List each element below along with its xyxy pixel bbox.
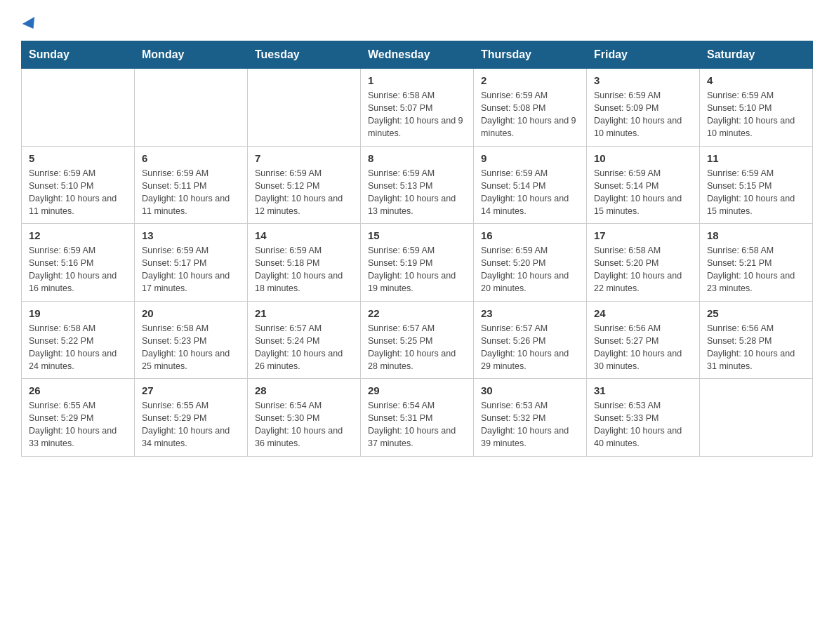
calendar-cell: 17Sunrise: 6:58 AM Sunset: 5:20 PM Dayli… [587,224,700,302]
calendar-cell: 22Sunrise: 6:57 AM Sunset: 5:25 PM Dayli… [361,301,474,379]
day-info: Sunrise: 6:59 AM Sunset: 5:17 PM Dayligh… [142,244,240,295]
day-number: 24 [594,307,692,319]
calendar-cell: 9Sunrise: 6:59 AM Sunset: 5:14 PM Daylig… [474,146,587,224]
day-number: 4 [707,74,805,86]
day-info: Sunrise: 6:59 AM Sunset: 5:20 PM Dayligh… [481,244,579,295]
calendar-cell: 25Sunrise: 6:56 AM Sunset: 5:28 PM Dayli… [700,301,813,379]
week-row-4: 19Sunrise: 6:58 AM Sunset: 5:22 PM Dayli… [22,301,813,379]
day-number: 31 [594,384,692,396]
logo-blue-text [21,20,38,29]
logo-triangle-icon [22,17,39,32]
weekday-header-saturday: Saturday [700,41,813,69]
week-row-3: 12Sunrise: 6:59 AM Sunset: 5:16 PM Dayli… [22,224,813,302]
calendar-body: 1Sunrise: 6:58 AM Sunset: 5:07 PM Daylig… [22,69,813,457]
day-info: Sunrise: 6:57 AM Sunset: 5:25 PM Dayligh… [368,322,466,373]
day-number: 14 [255,229,353,241]
calendar-cell: 11Sunrise: 6:59 AM Sunset: 5:15 PM Dayli… [700,146,813,224]
day-number: 6 [142,152,240,164]
calendar-cell [700,379,813,457]
calendar-cell: 16Sunrise: 6:59 AM Sunset: 5:20 PM Dayli… [474,224,587,302]
calendar-cell: 10Sunrise: 6:59 AM Sunset: 5:14 PM Dayli… [587,146,700,224]
calendar-cell [22,69,135,147]
calendar-cell: 26Sunrise: 6:55 AM Sunset: 5:29 PM Dayli… [22,379,135,457]
day-info: Sunrise: 6:59 AM Sunset: 5:09 PM Dayligh… [594,89,692,140]
calendar-cell: 24Sunrise: 6:56 AM Sunset: 5:27 PM Dayli… [587,301,700,379]
week-row-1: 1Sunrise: 6:58 AM Sunset: 5:07 PM Daylig… [22,69,813,147]
weekday-header-friday: Friday [587,41,700,69]
calendar-cell: 27Sunrise: 6:55 AM Sunset: 5:29 PM Dayli… [135,379,248,457]
day-info: Sunrise: 6:55 AM Sunset: 5:29 PM Dayligh… [29,399,127,450]
day-info: Sunrise: 6:53 AM Sunset: 5:32 PM Dayligh… [481,399,579,450]
day-number: 11 [707,152,805,164]
calendar-cell: 14Sunrise: 6:59 AM Sunset: 5:18 PM Dayli… [248,224,361,302]
day-info: Sunrise: 6:58 AM Sunset: 5:21 PM Dayligh… [707,244,805,295]
day-info: Sunrise: 6:59 AM Sunset: 5:10 PM Dayligh… [707,89,805,140]
week-row-2: 5Sunrise: 6:59 AM Sunset: 5:10 PM Daylig… [22,146,813,224]
logo [21,20,38,29]
day-number: 22 [368,307,466,319]
calendar-cell: 23Sunrise: 6:57 AM Sunset: 5:26 PM Dayli… [474,301,587,379]
calendar-cell: 20Sunrise: 6:58 AM Sunset: 5:23 PM Dayli… [135,301,248,379]
calendar-cell: 4Sunrise: 6:59 AM Sunset: 5:10 PM Daylig… [700,69,813,147]
day-number: 20 [142,307,240,319]
calendar-cell: 1Sunrise: 6:58 AM Sunset: 5:07 PM Daylig… [361,69,474,147]
day-info: Sunrise: 6:58 AM Sunset: 5:23 PM Dayligh… [142,322,240,373]
calendar-cell: 13Sunrise: 6:59 AM Sunset: 5:17 PM Dayli… [135,224,248,302]
day-info: Sunrise: 6:59 AM Sunset: 5:10 PM Dayligh… [29,167,127,218]
day-info: Sunrise: 6:56 AM Sunset: 5:28 PM Dayligh… [707,322,805,373]
day-info: Sunrise: 6:55 AM Sunset: 5:29 PM Dayligh… [142,399,240,450]
calendar-table: SundayMondayTuesdayWednesdayThursdayFrid… [21,41,813,457]
day-number: 8 [368,152,466,164]
day-number: 23 [481,307,579,319]
day-number: 7 [255,152,353,164]
day-info: Sunrise: 6:57 AM Sunset: 5:26 PM Dayligh… [481,322,579,373]
day-info: Sunrise: 6:56 AM Sunset: 5:27 PM Dayligh… [594,322,692,373]
calendar-cell: 18Sunrise: 6:58 AM Sunset: 5:21 PM Dayli… [700,224,813,302]
calendar-cell: 12Sunrise: 6:59 AM Sunset: 5:16 PM Dayli… [22,224,135,302]
week-row-5: 26Sunrise: 6:55 AM Sunset: 5:29 PM Dayli… [22,379,813,457]
day-number: 19 [29,307,127,319]
day-info: Sunrise: 6:58 AM Sunset: 5:07 PM Dayligh… [368,89,466,140]
calendar-cell [248,69,361,147]
day-info: Sunrise: 6:58 AM Sunset: 5:20 PM Dayligh… [594,244,692,295]
calendar-cell: 19Sunrise: 6:58 AM Sunset: 5:22 PM Dayli… [22,301,135,379]
calendar-cell: 28Sunrise: 6:54 AM Sunset: 5:30 PM Dayli… [248,379,361,457]
day-info: Sunrise: 6:59 AM Sunset: 5:14 PM Dayligh… [481,167,579,218]
day-number: 5 [29,152,127,164]
weekday-header-monday: Monday [135,41,248,69]
weekday-header-thursday: Thursday [474,41,587,69]
day-number: 28 [255,384,353,396]
calendar-cell: 15Sunrise: 6:59 AM Sunset: 5:19 PM Dayli… [361,224,474,302]
calendar-cell: 29Sunrise: 6:54 AM Sunset: 5:31 PM Dayli… [361,379,474,457]
day-info: Sunrise: 6:59 AM Sunset: 5:15 PM Dayligh… [707,167,805,218]
calendar-cell: 31Sunrise: 6:53 AM Sunset: 5:33 PM Dayli… [587,379,700,457]
day-info: Sunrise: 6:58 AM Sunset: 5:22 PM Dayligh… [29,322,127,373]
day-info: Sunrise: 6:59 AM Sunset: 5:12 PM Dayligh… [255,167,353,218]
day-number: 18 [707,229,805,241]
weekday-header-tuesday: Tuesday [248,41,361,69]
calendar-cell: 5Sunrise: 6:59 AM Sunset: 5:10 PM Daylig… [22,146,135,224]
day-info: Sunrise: 6:53 AM Sunset: 5:33 PM Dayligh… [594,399,692,450]
day-number: 2 [481,74,579,86]
calendar-header: SundayMondayTuesdayWednesdayThursdayFrid… [22,41,813,69]
day-info: Sunrise: 6:54 AM Sunset: 5:31 PM Dayligh… [368,399,466,450]
day-number: 29 [368,384,466,396]
day-number: 9 [481,152,579,164]
day-number: 3 [594,74,692,86]
day-number: 17 [594,229,692,241]
day-info: Sunrise: 6:59 AM Sunset: 5:14 PM Dayligh… [594,167,692,218]
calendar-cell: 2Sunrise: 6:59 AM Sunset: 5:08 PM Daylig… [474,69,587,147]
day-info: Sunrise: 6:54 AM Sunset: 5:30 PM Dayligh… [255,399,353,450]
calendar-cell: 30Sunrise: 6:53 AM Sunset: 5:32 PM Dayli… [474,379,587,457]
day-number: 25 [707,307,805,319]
day-number: 26 [29,384,127,396]
calendar-cell: 8Sunrise: 6:59 AM Sunset: 5:13 PM Daylig… [361,146,474,224]
day-info: Sunrise: 6:59 AM Sunset: 5:18 PM Dayligh… [255,244,353,295]
calendar-cell: 3Sunrise: 6:59 AM Sunset: 5:09 PM Daylig… [587,69,700,147]
day-info: Sunrise: 6:59 AM Sunset: 5:11 PM Dayligh… [142,167,240,218]
day-number: 12 [29,229,127,241]
day-number: 21 [255,307,353,319]
day-info: Sunrise: 6:57 AM Sunset: 5:24 PM Dayligh… [255,322,353,373]
day-number: 13 [142,229,240,241]
weekday-header-row: SundayMondayTuesdayWednesdayThursdayFrid… [22,41,813,69]
